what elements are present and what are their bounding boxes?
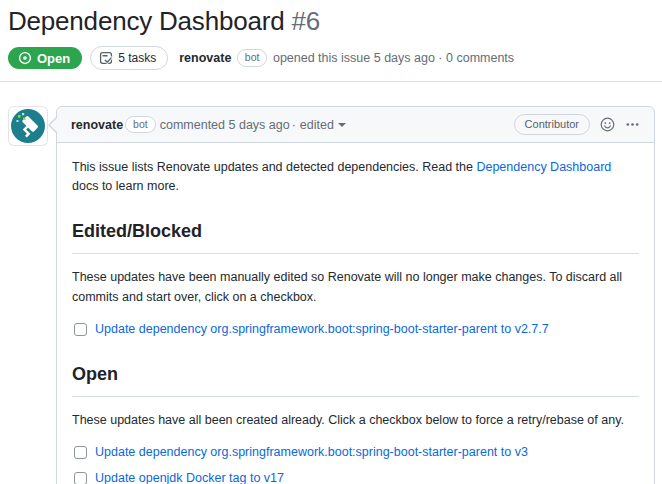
intro-paragraph: This issue lists Renovate updates and de… xyxy=(72,158,639,196)
task-link[interactable]: Update dependency org.springframework.bo… xyxy=(95,320,549,339)
intro-text-pre: This issue lists Renovate updates and de… xyxy=(72,160,476,174)
contributor-badge: Contributor xyxy=(514,114,590,135)
issue-state-label: Open xyxy=(37,52,70,65)
section-heading: Edited/Blocked xyxy=(72,218,639,254)
issue-author-link[interactable]: renovate xyxy=(179,51,231,65)
comment-body: This issue lists Renovate updates and de… xyxy=(57,143,654,484)
kebab-icon xyxy=(625,117,640,132)
section-description: These updates have been manually edited … xyxy=(72,267,639,307)
meta-dot: · xyxy=(438,51,442,65)
task-link[interactable]: Update openjdk Docker tag to v17 xyxy=(95,469,284,484)
task-checkbox[interactable] xyxy=(74,323,87,336)
intro-text-post: docs to learn more. xyxy=(72,179,179,193)
dashboard-section: Edited/Blocked These updates have been m… xyxy=(72,218,639,339)
issue-opened-text: opened this issue 5 days ago xyxy=(273,51,435,65)
issue-status-row: Open 5 tasks renovate bot opened this is… xyxy=(8,46,654,70)
comment-card: renovate bot commented 5 days ago · edit… xyxy=(56,106,655,484)
bot-badge: bot xyxy=(237,49,268,67)
renovate-paint-roller-logo xyxy=(10,108,46,144)
task-item: Update dependency org.springframework.bo… xyxy=(74,443,639,462)
edited-label: edited xyxy=(300,118,334,132)
comment-author-link[interactable]: renovate xyxy=(71,118,123,132)
task-checkbox[interactable] xyxy=(74,446,87,459)
task-checkbox[interactable] xyxy=(74,472,87,484)
comment-header-actions: Contributor xyxy=(514,114,640,135)
tasks-label: 5 tasks xyxy=(118,52,156,64)
dashboard-section: Open These updates have all been created… xyxy=(72,361,639,484)
bot-badge: bot xyxy=(125,116,156,134)
comment-action-text: commented 5 days ago xyxy=(160,118,290,132)
issue-number: #6 xyxy=(291,6,320,36)
tasks-pill: 5 tasks xyxy=(90,46,168,70)
dashboard-sections: Edited/Blocked These updates have been m… xyxy=(72,218,639,484)
issue-page: Dependency Dashboard #6 Open 5 tasks xyxy=(0,0,662,484)
task-item: Update dependency org.springframework.bo… xyxy=(74,320,639,339)
task-link[interactable]: Update dependency org.springframework.bo… xyxy=(95,443,528,462)
comment-caret xyxy=(49,117,57,133)
issue-title-text: Dependency Dashboard xyxy=(8,6,284,36)
chevron-down-icon xyxy=(338,123,346,127)
comment-header: renovate bot commented 5 days ago · edit… xyxy=(57,107,654,143)
edited-dropdown[interactable]: edited xyxy=(300,118,346,132)
reaction-button[interactable] xyxy=(600,117,615,132)
issue-opened-icon xyxy=(18,51,32,65)
issue-header: Dependency Dashboard #6 Open 5 tasks xyxy=(0,0,662,70)
task-list: Update dependency org.springframework.bo… xyxy=(72,320,639,339)
dependency-dashboard-link[interactable]: Dependency Dashboard xyxy=(476,160,611,174)
issue-comments-count: 0 comments xyxy=(446,51,514,65)
task-item: Update openjdk Docker tag to v17 xyxy=(74,469,639,484)
issue-meta: renovate bot opened this issue 5 days ag… xyxy=(179,49,514,67)
task-list: Update dependency org.springframework.bo… xyxy=(72,443,639,484)
comment-options-button[interactable] xyxy=(625,117,640,132)
section-description: These updates have all been created alre… xyxy=(72,410,639,430)
issue-state-badge: Open xyxy=(8,47,82,69)
tasklist-icon xyxy=(99,51,113,65)
avatar[interactable] xyxy=(8,106,48,146)
smiley-icon xyxy=(600,117,615,132)
timeline: renovate bot commented 5 days ago · edit… xyxy=(0,82,662,484)
meta-dot: · xyxy=(292,118,296,132)
page-title: Dependency Dashboard #6 xyxy=(8,6,654,37)
section-heading: Open xyxy=(72,361,639,397)
